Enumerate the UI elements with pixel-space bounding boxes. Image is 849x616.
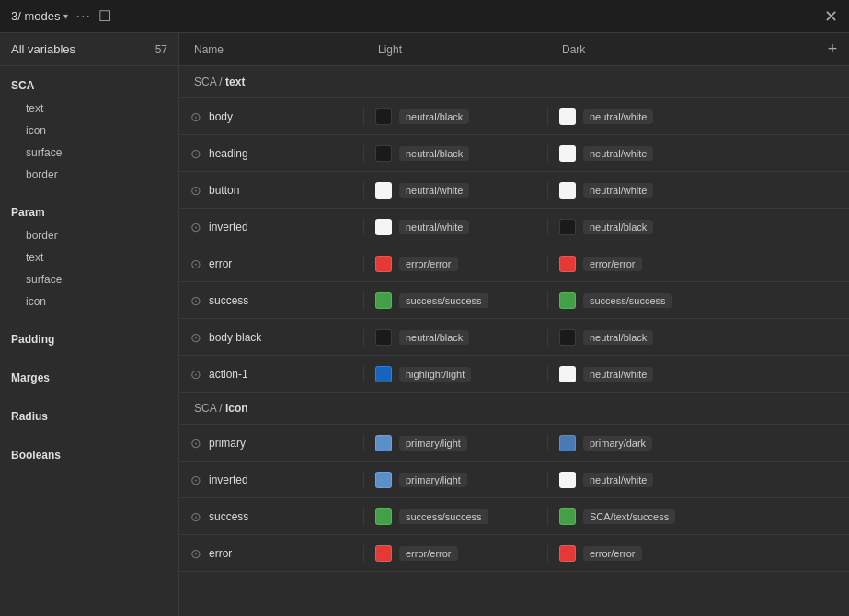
section-prefix: SCA <box>194 402 216 415</box>
var-light-col[interactable]: highlight/light <box>363 366 547 382</box>
sidebar-section-radius: Radius <box>0 397 178 436</box>
var-light-col[interactable]: success/success <box>363 508 547 525</box>
var-dark-col[interactable]: error/error <box>547 256 849 272</box>
table-row: ⊙ primary primary/light primary/dark <box>179 425 849 462</box>
var-light-col[interactable]: error/error <box>363 545 547 562</box>
table-row: ⊙ success success/success success/succes… <box>179 282 849 319</box>
var-light-col[interactable]: primary/light <box>363 435 547 451</box>
var-name: error <box>209 257 232 270</box>
light-color-swatch <box>375 219 392 235</box>
sidebar-group-marges[interactable]: Marges <box>0 366 178 390</box>
light-value-tag: neutral/white <box>399 220 469 234</box>
col-header-name: Name <box>179 43 363 56</box>
var-name: primary <box>209 437 246 450</box>
more-options-icon[interactable]: ··· <box>75 8 90 25</box>
sidebar-group-booleans[interactable]: Booleans <box>0 443 178 467</box>
add-column-button[interactable]: + <box>816 40 849 59</box>
var-name-col: ⊙ error <box>179 257 363 271</box>
variable-icon: ⊙ <box>190 509 201 524</box>
var-dark-col[interactable]: neutral/white <box>547 472 849 488</box>
sidebar-group-param[interactable]: Param <box>0 200 178 224</box>
var-dark-col[interactable]: neutral/white <box>547 108 849 125</box>
var-name-col: ⊙ success <box>179 509 363 524</box>
var-dark-col[interactable]: neutral/white <box>547 182 849 199</box>
var-name-col: ⊙ button <box>179 183 363 198</box>
table-row: ⊙ button neutral/white neutral/white <box>179 172 849 209</box>
sidebar-item-sca-icon[interactable]: icon <box>0 120 178 142</box>
var-name: inverted <box>209 221 248 234</box>
sidebar-item-sca-border[interactable]: border <box>0 164 178 186</box>
light-color-swatch <box>375 508 392 525</box>
sidebar: All variables 57 SCA text icon surface b… <box>0 33 179 616</box>
sidebar-item-param-icon[interactable]: icon <box>0 291 178 313</box>
panel-toggle-icon[interactable]: ☐ <box>98 7 111 25</box>
var-name: error <box>209 547 232 560</box>
light-value-tag: success/success <box>399 293 488 308</box>
dark-value-tag: neutral/black <box>583 330 653 345</box>
sidebar-item-sca-text[interactable]: text <box>0 97 178 120</box>
var-light-col[interactable]: primary/light <box>363 472 547 488</box>
var-dark-col[interactable]: neutral/black <box>547 219 849 235</box>
main-layout: All variables 57 SCA text icon surface b… <box>0 33 849 616</box>
var-dark-col[interactable]: error/error <box>547 545 849 562</box>
sidebar-section-booleans: Booleans <box>0 436 178 474</box>
sidebar-group-radius[interactable]: Radius <box>0 405 178 428</box>
dark-value-tag: primary/dark <box>583 436 652 451</box>
table-row: ⊙ inverted neutral/white neutral/black <box>179 209 849 245</box>
var-light-col[interactable]: neutral/black <box>363 108 547 125</box>
var-dark-col[interactable]: neutral/white <box>547 145 849 162</box>
sidebar-item-param-surface[interactable]: surface <box>0 268 178 291</box>
var-light-col[interactable]: neutral/black <box>363 145 547 162</box>
variable-icon: ⊙ <box>190 257 201 271</box>
var-name-col: ⊙ action-1 <box>179 367 363 382</box>
chevron-down-icon: ▾ <box>63 11 68 21</box>
var-name-col: ⊙ primary <box>179 436 363 451</box>
var-name-col: ⊙ error <box>179 546 363 561</box>
light-value-tag: neutral/black <box>399 330 469 345</box>
light-color-swatch <box>375 366 392 382</box>
close-icon[interactable]: ✕ <box>824 6 838 27</box>
var-dark-col[interactable]: success/success <box>547 292 849 309</box>
var-light-col[interactable]: success/success <box>363 292 547 309</box>
dark-value-tag: neutral/white <box>583 146 653 161</box>
var-name-col: ⊙ heading <box>179 146 363 161</box>
light-value-tag: primary/light <box>399 436 467 451</box>
content-area: Name Light Dark + SCA / text ⊙ body neut… <box>179 33 849 616</box>
table-row: ⊙ heading neutral/black neutral/white <box>179 135 849 172</box>
col-header-dark: Dark <box>547 43 816 56</box>
section-prefix: SCA <box>194 75 216 88</box>
var-name: success <box>209 294 248 307</box>
table-row: ⊙ action-1 highlight/light neutral/white <box>179 356 849 393</box>
sidebar-item-param-border[interactable]: border <box>0 224 178 246</box>
light-color-swatch <box>375 545 392 562</box>
dark-value-tag: error/error <box>583 257 642 271</box>
variable-icon: ⊙ <box>190 546 201 561</box>
light-color-swatch <box>375 182 392 199</box>
light-value-tag: neutral/black <box>399 109 469 124</box>
table-row: ⊙ inverted primary/light neutral/white <box>179 462 849 498</box>
var-light-col[interactable]: neutral/black <box>363 329 547 346</box>
var-light-col[interactable]: neutral/white <box>363 219 547 235</box>
sidebar-item-param-text[interactable]: text <box>0 246 178 268</box>
var-dark-col[interactable]: SCA/text/success <box>547 508 849 525</box>
sidebar-section-sca: SCA text icon surface border <box>0 66 178 193</box>
modes-button[interactable]: 3/ modes ▾ <box>11 9 68 23</box>
dark-value-tag: success/success <box>583 293 672 308</box>
var-name-col: ⊙ body black <box>179 330 363 345</box>
all-variables-label[interactable]: All variables <box>11 42 75 56</box>
variable-icon: ⊙ <box>190 367 201 382</box>
var-name: inverted <box>209 473 248 486</box>
sidebar-group-padding[interactable]: Padding <box>0 327 178 351</box>
var-name: body black <box>209 331 261 344</box>
sidebar-group-sca[interactable]: SCA <box>0 74 178 97</box>
var-dark-col[interactable]: neutral/black <box>547 329 849 346</box>
var-dark-col[interactable]: primary/dark <box>547 435 849 451</box>
var-name: button <box>209 184 239 197</box>
var-light-col[interactable]: neutral/white <box>363 182 547 199</box>
var-dark-col[interactable]: neutral/white <box>547 366 849 382</box>
sidebar-item-sca-surface[interactable]: surface <box>0 142 178 164</box>
var-light-col[interactable]: error/error <box>363 256 547 272</box>
var-name: body <box>209 110 233 123</box>
light-value-tag: error/error <box>399 546 458 561</box>
dark-color-swatch <box>559 182 576 199</box>
